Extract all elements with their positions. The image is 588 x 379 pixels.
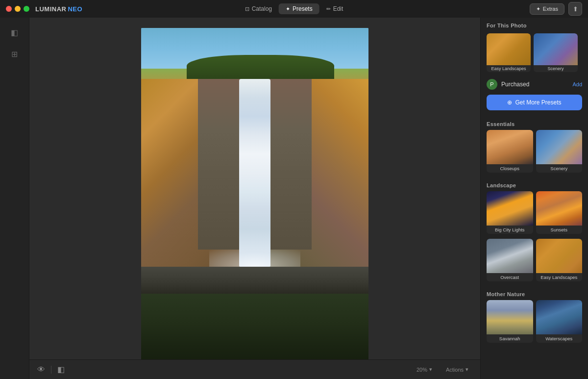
preset-label-waterscapes: Waterscapes	[536, 334, 583, 343]
catalog-icon: ⊡	[245, 6, 249, 12]
presets-label: Presets	[293, 5, 313, 12]
waterfall-layer	[239, 79, 271, 267]
bottom-mid-layer	[141, 267, 368, 294]
left-panel-icon-2[interactable]: ⊞	[6, 45, 24, 63]
landscape-header: Landscape	[481, 177, 588, 191]
preset-label-scenery: Scenery	[536, 164, 583, 173]
preset-card-sunsets[interactable]: Sunsets	[536, 191, 583, 234]
for-this-photo-row: Easy Landscapes Scenery	[481, 31, 588, 76]
trees-top-layer	[187, 55, 335, 82]
zoom-value: 20%	[416, 367, 427, 373]
preset-label-easy-landscapes: Easy Landscapes	[536, 273, 583, 281]
preset-thumb-sunsets	[536, 191, 583, 226]
add-purchased-link[interactable]: Add	[572, 81, 582, 87]
for-this-photo-header: For This Photo	[481, 18, 588, 31]
logo-luminar: LUMINAR	[35, 5, 66, 13]
for-photo-thumb-2	[534, 33, 578, 65]
minimize-button[interactable]	[15, 6, 21, 12]
get-more-plus-icon: ⊕	[507, 99, 512, 106]
edit-nav-button[interactable]: ✏ Edit	[319, 3, 350, 14]
maximize-button[interactable]	[24, 6, 29, 12]
actions-chevron-icon: ▾	[466, 366, 468, 373]
preset-card-overcast[interactable]: Overcast	[487, 239, 533, 281]
preset-thumb-big-city	[487, 191, 533, 226]
for-photo-label-1: Easy Landscapes	[487, 65, 531, 72]
preset-thumb-waterscapes	[536, 300, 583, 334]
preset-card-waterscapes[interactable]: Waterscapes	[536, 300, 583, 343]
purchased-icon: P	[487, 79, 497, 90]
share-button[interactable]: ⬆	[568, 2, 582, 16]
preset-thumb-closeups	[487, 130, 533, 164]
preset-card-easy-landscapes[interactable]: Easy Landscapes	[536, 239, 583, 281]
catalog-label: Catalog	[252, 5, 272, 12]
left-panel-icon-1[interactable]: ◧	[6, 24, 24, 41]
purchased-row: P Purchased Add	[481, 76, 588, 93]
actions-label: Actions	[446, 367, 464, 373]
preset-card-closeups[interactable]: Closeups	[487, 130, 533, 173]
preset-label-savannah: Savannah	[487, 334, 533, 343]
for-photo-label-2: Scenery	[534, 65, 578, 72]
preset-label-big-city: Big City Lights	[487, 226, 533, 234]
preset-thumb-scenery	[536, 130, 583, 164]
share-icon: ⬆	[573, 5, 578, 13]
preset-thumb-savannah	[487, 300, 533, 334]
for-photo-card-2[interactable]: Scenery	[534, 33, 578, 72]
extras-star-icon: ✦	[536, 6, 540, 12]
preset-thumb-overcast	[487, 239, 533, 273]
get-more-presets-button[interactable]: ⊕ Get More Presets	[487, 95, 582, 110]
traffic-lights	[6, 6, 29, 12]
titlebar: LUMINAR NEO ⊡ Catalog ✦ Presets ✏ Edit ✦…	[0, 0, 588, 18]
presets-icon: ✦	[286, 6, 290, 12]
extras-button[interactable]: ✦ Extras	[530, 3, 564, 15]
mother-nature-header: Mother Nature	[481, 286, 588, 300]
edit-icon: ✏	[326, 6, 331, 12]
mother-nature-presets-row: Savannah Waterscapes	[481, 300, 588, 348]
titlebar-right: ✦ Extras ⬆	[530, 2, 582, 16]
get-more-label: Get More Presets	[515, 99, 561, 106]
zoom-control[interactable]: 20% ▾	[413, 365, 436, 374]
essentials-presets-row: Closeups Scenery	[481, 130, 588, 177]
preset-card-big-city[interactable]: Big City Lights	[487, 191, 533, 234]
compare-icon[interactable]: ◧	[57, 365, 65, 374]
bottom-trees-layer	[141, 294, 368, 369]
toolbar-divider-1	[51, 366, 51, 374]
eye-icon[interactable]: 👁	[37, 365, 45, 374]
bottom-toolbar: 👁 ◧ 20% ▾ Actions ▾	[29, 359, 480, 379]
landscape-presets-row-1: Big City Lights Sunsets	[481, 191, 588, 239]
landscape-presets-row-2: Overcast Easy Landscapes	[481, 239, 588, 286]
zoom-chevron-icon: ▾	[429, 366, 432, 373]
preset-thumb-easy-landscapes	[536, 239, 583, 273]
catalog-nav-button[interactable]: ⊡ Catalog	[238, 3, 279, 14]
right-panel: For This Photo Easy Landscapes Scenery P…	[480, 18, 588, 379]
extras-label: Extras	[543, 6, 558, 12]
purchased-icon-letter: P	[490, 81, 493, 87]
main-layout: ◧ ⊞ 👁 ◧ 20% ▾	[0, 18, 588, 379]
purchased-label: Purchased	[501, 81, 568, 88]
logo-neo: NEO	[68, 5, 82, 13]
for-photo-card-1[interactable]: Easy Landscapes	[487, 33, 531, 72]
essentials-header: Essentials	[481, 116, 588, 130]
canvas-area: 👁 ◧ 20% ▾ Actions ▾	[29, 18, 480, 379]
preset-card-savannah[interactable]: Savannah	[487, 300, 533, 343]
left-panel: ◧ ⊞	[0, 18, 29, 379]
presets-nav-button[interactable]: ✦ Presets	[279, 3, 319, 14]
waterfall-image	[141, 28, 368, 369]
close-button[interactable]	[6, 6, 12, 12]
actions-button[interactable]: Actions ▾	[442, 365, 472, 374]
photo-container	[141, 28, 368, 369]
for-photo-thumb-1	[487, 33, 531, 65]
preset-label-closeups: Closeups	[487, 164, 533, 173]
preset-card-scenery[interactable]: Scenery	[536, 130, 583, 173]
titlebar-nav: ⊡ Catalog ✦ Presets ✏ Edit	[238, 3, 350, 14]
preset-label-overcast: Overcast	[487, 273, 533, 281]
edit-label: Edit	[333, 5, 343, 12]
app-logo: LUMINAR NEO	[35, 5, 82, 13]
preset-label-sunsets: Sunsets	[536, 226, 583, 234]
